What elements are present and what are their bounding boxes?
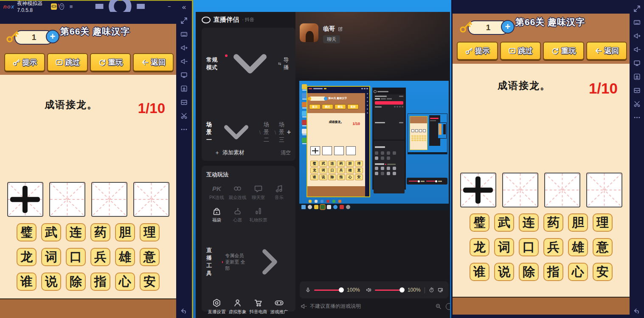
hanzi-tile[interactable]: 璧 xyxy=(470,213,489,232)
edit-name-icon[interactable] xyxy=(337,26,343,32)
volume-up-icon[interactable] xyxy=(633,32,641,40)
hanzi-tile[interactable]: 意 xyxy=(593,238,613,256)
hint-button[interactable]: 提示 xyxy=(457,42,498,60)
virtual-screen-icon[interactable] xyxy=(180,71,188,79)
menu-icon[interactable]: ≡ xyxy=(70,4,73,9)
add-keys-button[interactable]: + xyxy=(46,30,59,43)
feature-lucky-bag[interactable]: 福袋 xyxy=(206,207,227,223)
gamepad-activity-icon[interactable]: ! xyxy=(51,3,57,10)
hanzi-tile[interactable]: 说 xyxy=(494,263,514,281)
skip-button[interactable]: 跳过 xyxy=(47,53,88,71)
keyboard-mapping-icon[interactable] xyxy=(633,19,641,26)
hanzi-tile[interactable]: 武 xyxy=(494,213,514,232)
fullscreen-icon[interactable] xyxy=(180,17,188,24)
keyboard-mapping-icon[interactable] xyxy=(180,31,188,38)
speaker-volume-slider[interactable] xyxy=(375,290,404,291)
tab-scene-3[interactable]: 场景三 xyxy=(279,121,287,144)
android-back-icon[interactable] xyxy=(633,307,641,315)
feature-gift-vote[interactable]: 礼物投票 xyxy=(248,207,269,223)
tool-virtual-avatar[interactable]: 虚拟形象 xyxy=(227,298,248,315)
screenshot-cut-icon[interactable] xyxy=(180,112,188,119)
more-tools-icon[interactable] xyxy=(633,114,641,121)
hanzi-tile[interactable]: 词 xyxy=(41,248,61,266)
hanzi-tile[interactable]: 理 xyxy=(140,223,160,241)
hanzi-tile[interactable]: 药 xyxy=(90,223,110,241)
answer-slot[interactable] xyxy=(133,182,169,217)
hanzi-tile[interactable]: 理 xyxy=(593,213,613,232)
answer-slot[interactable] xyxy=(586,173,622,207)
zoom-out-icon[interactable] xyxy=(435,303,442,309)
tool-game-promotion[interactable]: 游戏推广 xyxy=(269,298,290,315)
chat-badge[interactable]: 聊天 xyxy=(323,35,340,43)
answer-slot[interactable] xyxy=(91,182,127,217)
microphone-icon[interactable] xyxy=(305,287,311,293)
screen-share-icon[interactable] xyxy=(438,287,443,293)
hanzi-tile[interactable]: 除 xyxy=(66,273,86,291)
multi-instance-icon[interactable] xyxy=(180,99,188,106)
multi-instance-icon[interactable] xyxy=(633,87,641,94)
android-back-icon[interactable] xyxy=(180,307,188,315)
speaker-icon[interactable] xyxy=(366,287,371,293)
add-scene-button[interactable]: + xyxy=(287,128,291,136)
tab-scene-1[interactable]: 场景一 xyxy=(206,121,214,144)
feature-chatroom[interactable]: 聊天室 xyxy=(248,184,269,201)
answer-slot[interactable] xyxy=(544,173,580,207)
back-button[interactable]: 返回 xyxy=(133,53,174,71)
feature-pk-link[interactable]: PKPK连线 xyxy=(206,184,227,201)
hanzi-tile[interactable]: 谁 xyxy=(17,273,37,291)
director-button[interactable]: 导播 xyxy=(278,56,291,71)
hanzi-tile[interactable]: 安 xyxy=(593,263,613,281)
feature-wish[interactable]: 心愿 xyxy=(227,207,248,223)
feature-music[interactable]: 音乐 xyxy=(269,184,290,201)
mode-selector[interactable]: 常规模式 xyxy=(206,56,221,71)
timer-icon[interactable] xyxy=(429,287,434,293)
replay-button[interactable]: 重玩 xyxy=(543,42,584,60)
tool-live-settings[interactable]: 直播设置 xyxy=(206,298,227,315)
help-icon[interactable]: ? xyxy=(59,3,64,10)
tab-scene-2[interactable]: 场景二 xyxy=(264,121,272,144)
hanzi-tile[interactable]: 心 xyxy=(568,263,588,281)
footer-hint-text[interactable]: 不建议直播的游戏说明 xyxy=(310,303,361,310)
hint-button[interactable]: 提示 xyxy=(4,53,45,71)
collapse-toolbar-icon[interactable]: « xyxy=(182,3,186,11)
feature-viewer-link[interactable]: 观众连线 xyxy=(227,184,248,201)
volume-down-icon[interactable] xyxy=(180,58,188,65)
hanzi-tile[interactable]: 兵 xyxy=(543,238,563,256)
hanzi-tile[interactable]: 胆 xyxy=(115,223,135,241)
volume-down-icon[interactable] xyxy=(633,46,641,53)
hanzi-tile[interactable]: 胆 xyxy=(568,213,588,232)
hanzi-tile[interactable]: 安 xyxy=(140,273,160,291)
hanzi-tile[interactable]: 除 xyxy=(519,263,539,281)
skip-button[interactable]: 跳过 xyxy=(500,42,541,60)
answer-slot[interactable] xyxy=(49,182,85,217)
answer-slot-filled[interactable] xyxy=(7,182,43,217)
hanzi-tile[interactable]: 雄 xyxy=(568,238,588,256)
virtual-screen-icon[interactable] xyxy=(633,60,641,67)
tool-douyin-shop[interactable]: 抖音电商 xyxy=(248,298,269,315)
hanzi-tile[interactable]: 连 xyxy=(66,223,86,241)
hanzi-tile[interactable]: 心 xyxy=(115,273,135,291)
hanzi-tile[interactable]: 雄 xyxy=(115,248,135,266)
replay-button[interactable]: 重玩 xyxy=(90,53,131,71)
answer-slot-filled[interactable] xyxy=(460,173,496,207)
answer-slot[interactable] xyxy=(502,173,538,207)
screenshot-cut-icon[interactable] xyxy=(633,100,641,108)
hanzi-tile[interactable]: 璧 xyxy=(17,223,37,241)
hanzi-tile[interactable]: 武 xyxy=(41,223,61,241)
hanzi-tile[interactable]: 兵 xyxy=(90,248,110,266)
add-keys-button[interactable]: + xyxy=(501,20,515,34)
install-apk-icon[interactable] xyxy=(633,73,641,80)
hanzi-tile[interactable]: 谁 xyxy=(470,263,489,281)
hanzi-tile[interactable]: 意 xyxy=(140,248,160,266)
minimize-button[interactable]: − xyxy=(168,4,171,9)
volume-up-icon[interactable] xyxy=(180,44,188,51)
add-material-button[interactable]: ＋添加素材 xyxy=(206,149,245,156)
avatar[interactable] xyxy=(300,23,318,42)
hanzi-tile[interactable]: 龙 xyxy=(17,248,37,266)
back-button[interactable]: 返回 xyxy=(586,42,627,60)
hanzi-tile[interactable]: 口 xyxy=(519,238,539,256)
hanzi-tile[interactable]: 龙 xyxy=(470,238,489,256)
hanzi-tile[interactable]: 说 xyxy=(41,273,61,291)
hanzi-tile[interactable]: 指 xyxy=(90,273,110,291)
install-apk-icon[interactable] xyxy=(180,85,188,92)
